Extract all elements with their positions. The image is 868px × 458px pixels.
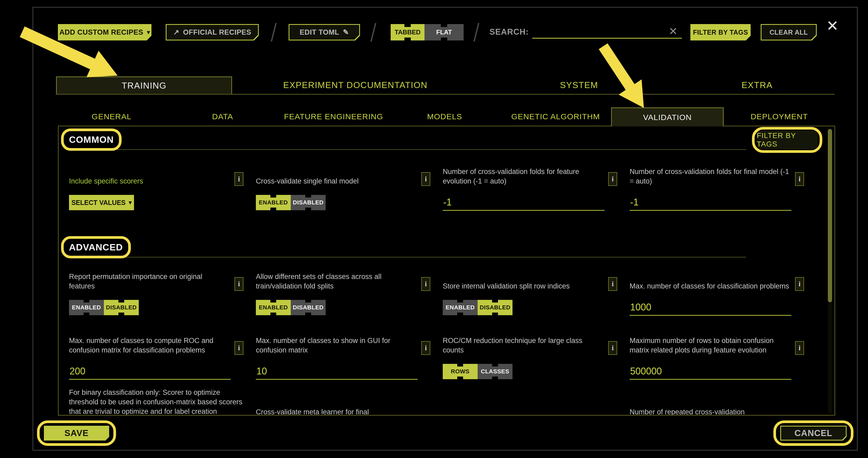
setting-label: Max. number of classes for classificatio… xyxy=(629,281,790,291)
setting-max-rows-cm-plots: Maximum number of rows to obtain confusi… xyxy=(629,324,804,380)
add-custom-recipes-button[interactable]: ADD CUSTOM RECIPES ▾ xyxy=(58,24,151,40)
setting-include-specific-scorers: Include specific scorers i SELECT VALUES… xyxy=(69,165,243,211)
number-input[interactable]: 1000 xyxy=(629,302,792,316)
sub-tabs: GENERAL DATA FEATURE ENGINEERING MODELS … xyxy=(56,108,835,126)
info-icon[interactable]: i xyxy=(235,277,243,291)
number-input[interactable]: 200 xyxy=(69,366,231,380)
subtab-data[interactable]: DATA xyxy=(167,108,278,126)
number-input[interactable]: -1 xyxy=(629,197,792,211)
search-input[interactable] xyxy=(533,25,676,37)
official-recipes-button[interactable]: ↗ OFFICIAL RECIPES xyxy=(166,24,259,40)
setting-label: Cross-validate meta learner for final xyxy=(256,407,430,416)
save-button-area: SAVE xyxy=(44,426,109,440)
info-icon[interactable]: i xyxy=(795,341,804,355)
add-custom-recipes-label: ADD CUSTOM RECIPES xyxy=(59,28,143,36)
enabled-option[interactable]: ENABLED xyxy=(256,300,291,315)
search-clear-icon[interactable]: ✕ xyxy=(669,25,678,37)
settings-panel: FILTER BY TAGS COMMON Include specific s… xyxy=(58,126,835,416)
toolbar-divider xyxy=(271,23,276,41)
tab-experiment-documentation[interactable]: EXPERIMENT DOCUMENTATION xyxy=(232,77,479,94)
select-values-button[interactable]: SELECT VALUES ▾ xyxy=(69,195,134,210)
search-underline xyxy=(532,38,682,39)
disabled-option[interactable]: DISABLED xyxy=(104,300,139,315)
enabled-disabled-toggle: ENABLED DISABLED xyxy=(69,300,139,315)
setting-label: Maximum number of rows to obtain confusi… xyxy=(629,336,790,355)
setting-label: Cross-validate single final model xyxy=(256,176,416,186)
setting-label: Max. number of classes to compute ROC an… xyxy=(69,336,230,355)
setting-label: Report permutation importance on origina… xyxy=(69,272,230,291)
subtab-deployment[interactable]: DEPLOYMENT xyxy=(724,108,835,126)
edit-toml-label: EDIT TOML xyxy=(300,28,339,36)
section-title-common: COMMON xyxy=(69,134,114,145)
info-icon[interactable]: i xyxy=(795,172,804,186)
subtab-validation[interactable]: VALIDATION xyxy=(611,108,724,126)
info-icon[interactable]: i xyxy=(235,341,243,355)
setting-cv-folds-final-model: Number of cross-validation folds for fin… xyxy=(629,165,804,211)
disabled-option[interactable]: DISABLED xyxy=(291,195,326,210)
info-icon[interactable]: i xyxy=(608,277,617,291)
pencil-icon: ✎ xyxy=(343,28,349,36)
info-icon[interactable]: i xyxy=(608,341,617,355)
official-recipes-label: OFFICIAL RECIPES xyxy=(183,28,251,36)
setting-label: Allow different sets of classes across a… xyxy=(256,272,416,291)
enabled-option[interactable]: ENABLED xyxy=(256,195,291,210)
setting-label: Number of cross-validation folds for fin… xyxy=(629,167,790,186)
rows-classes-toggle: ROWS CLASSES xyxy=(443,364,513,379)
scrollbar-thumb[interactable] xyxy=(828,129,832,302)
toolbar-divider xyxy=(473,23,479,41)
tab-training[interactable]: TRAINING xyxy=(56,77,232,94)
setting-label: ROC/CM reduction technique for large cla… xyxy=(443,336,603,355)
setting-cv-folds-feature-evolution: Number of cross-validation folds for fea… xyxy=(443,165,617,211)
disabled-option[interactable]: DISABLED xyxy=(477,300,513,315)
setting-label: Include specific scorers xyxy=(69,176,230,186)
subtab-feature-engineering[interactable]: FEATURE ENGINEERING xyxy=(278,108,389,126)
classes-option[interactable]: CLASSES xyxy=(477,364,513,379)
screen: ADD CUSTOM RECIPES ▾ ↗ OFFICIAL RECIPES … xyxy=(0,0,868,458)
enabled-disabled-toggle: ENABLED DISABLED xyxy=(443,300,513,315)
save-button[interactable]: SAVE xyxy=(44,426,109,440)
number-input[interactable]: -1 xyxy=(443,197,604,211)
subtab-genetic-algorithm[interactable]: GENETIC ALGORITHM xyxy=(500,108,611,126)
subtab-models[interactable]: MODELS xyxy=(389,108,500,126)
section-title-advanced: ADVANCED xyxy=(69,242,123,252)
setting-label: Number of repeated cross-validation xyxy=(629,407,804,416)
setting-max-classes-gui-cm: Max. number of classes to show in GUI fo… xyxy=(256,324,430,380)
external-link-icon: ↗ xyxy=(173,28,179,36)
enabled-option[interactable]: ENABLED xyxy=(69,300,104,315)
subtab-general[interactable]: GENERAL xyxy=(56,108,167,126)
enabled-option[interactable]: ENABLED xyxy=(443,300,477,315)
clear-all-button[interactable]: CLEAR ALL xyxy=(761,24,817,40)
info-icon[interactable]: i xyxy=(795,277,804,291)
view-tabbed-option[interactable]: TABBED xyxy=(391,24,425,40)
setting-cross-validate-single-final-model: Cross-validate single final model i ENAB… xyxy=(256,165,430,211)
enabled-disabled-toggle: ENABLED DISABLED xyxy=(256,300,326,315)
info-icon[interactable]: i xyxy=(608,172,617,186)
rows-option[interactable]: ROWS xyxy=(443,364,477,379)
setting-empty-cell xyxy=(443,388,617,416)
info-icon[interactable]: i xyxy=(235,172,243,186)
setting-label: Number of cross-validation folds for fea… xyxy=(443,167,603,186)
cancel-button[interactable]: CANCEL xyxy=(780,426,846,440)
view-flat-option[interactable]: FLAT xyxy=(425,24,464,40)
number-input[interactable]: 500000 xyxy=(629,366,792,380)
tab-system[interactable]: SYSTEM xyxy=(479,77,680,94)
cancel-button-area: CANCEL xyxy=(780,426,846,440)
search-label: SEARCH: xyxy=(490,27,529,37)
disabled-option[interactable]: DISABLED xyxy=(291,300,326,315)
expert-settings-dialog: ADD CUSTOM RECIPES ▾ ↗ OFFICIAL RECIPES … xyxy=(32,7,858,451)
setting-binary-threshold-scorer: For binary classification only: Scorer t… xyxy=(69,388,243,416)
filter-by-tags-button[interactable]: FILTER BY TAGS xyxy=(690,24,751,40)
setting-max-classes-roc-cm: Max. number of classes to compute ROC an… xyxy=(69,324,243,380)
info-icon[interactable]: i xyxy=(421,172,430,186)
edit-toml-button[interactable]: EDIT TOML ✎ xyxy=(289,24,360,40)
setting-label: For binary classification only: Scorer t… xyxy=(69,388,243,416)
setting-repeated-cross-validation: Number of repeated cross-validation xyxy=(629,388,804,416)
section-divider xyxy=(69,149,746,150)
setting-cross-validate-meta-learner: Cross-validate meta learner for final xyxy=(256,388,430,416)
close-icon[interactable]: ✕ xyxy=(826,17,839,34)
number-input[interactable]: 10 xyxy=(256,366,417,380)
setting-report-permutation-importance: Report permutation importance on origina… xyxy=(69,270,243,316)
info-icon[interactable]: i xyxy=(421,341,430,355)
info-icon[interactable]: i xyxy=(421,277,430,291)
tab-extra[interactable]: EXTRA xyxy=(680,77,835,94)
